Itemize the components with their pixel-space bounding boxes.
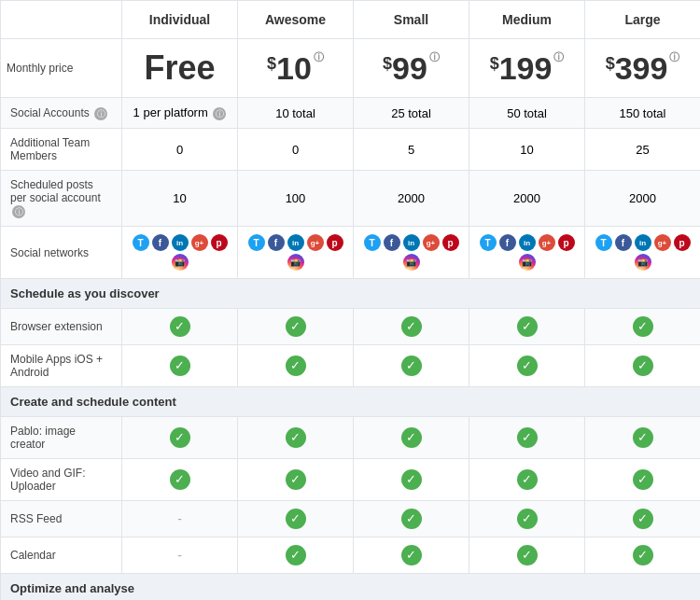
social-icons-col-3: Tfing+p📸 xyxy=(469,227,585,279)
social-icons: Tfing+p📸 xyxy=(479,234,575,271)
check-icon: ✓ xyxy=(401,545,422,565)
table-row: Social Accounts ⓘ1 per platform ⓘ10 tota… xyxy=(1,98,701,129)
social-icons: Tfing+p📸 xyxy=(247,234,343,271)
feature-label: Calendar xyxy=(1,537,122,574)
social-icons-col-2: Tfing+p📸 xyxy=(354,227,469,279)
value-info-icon[interactable]: ⓘ xyxy=(213,107,226,120)
check-icon: ✓ xyxy=(633,509,653,529)
googleplus-icon: g+ xyxy=(307,234,324,251)
section-cell-1: ✓ xyxy=(238,459,354,501)
tw-icon: T xyxy=(595,234,612,251)
price-info-icon[interactable]: ⓘ xyxy=(429,50,440,64)
section-cell-0: ✓ xyxy=(122,309,238,345)
tw-icon: T xyxy=(133,234,149,251)
section-cell-4: ✓ xyxy=(585,501,701,537)
cell-1-2: 5 xyxy=(354,129,469,171)
table-row: Video and GIF: Uploader✓✓✓✓✓ xyxy=(1,459,701,501)
pi-icon: p xyxy=(327,234,343,251)
price-large: $399ⓘ xyxy=(585,39,701,98)
instagram-icon: 📸 xyxy=(403,254,420,271)
price-info-icon[interactable]: ⓘ xyxy=(553,50,564,64)
check-icon: ✓ xyxy=(517,427,538,448)
fb-icon: f xyxy=(615,234,632,251)
feature-label: Additional Team Members xyxy=(1,129,122,171)
paid-price: $10ⓘ xyxy=(267,50,324,87)
section-cell-1: ✓ xyxy=(238,417,354,459)
cell-2-0: 10 xyxy=(122,171,238,227)
currency-symbol: $ xyxy=(267,54,276,74)
feature-label: Mobile Apps iOS + Android xyxy=(1,345,122,387)
cell-2-2: 2000 xyxy=(354,171,469,227)
cell-1-3: 10 xyxy=(469,129,585,171)
check-icon: ✓ xyxy=(170,356,190,376)
check-icon: ✓ xyxy=(286,469,306,490)
header-individual: Individual xyxy=(122,1,238,39)
feature-label: RSS Feed xyxy=(1,501,122,537)
price-medium: $199ⓘ xyxy=(469,39,585,98)
fb-icon: f xyxy=(499,234,516,251)
price-small: $99ⓘ xyxy=(354,39,469,98)
instagram-icon: 📸 xyxy=(287,254,304,271)
linkedin-icon: in xyxy=(287,234,304,251)
dash-icon: - xyxy=(177,511,182,526)
free-price: Free xyxy=(144,49,215,87)
section-cell-1: ✓ xyxy=(238,537,354,574)
check-icon: ✓ xyxy=(401,427,422,448)
section-header-row: Schedule as you discover xyxy=(1,279,701,309)
googleplus-icon: g+ xyxy=(423,234,440,251)
social-icons-col-0: Tfing+p📸 xyxy=(122,227,238,279)
feature-info-icon[interactable]: ⓘ xyxy=(94,107,107,120)
section-cell-2: ✓ xyxy=(354,417,469,459)
section-cell-1: ✓ xyxy=(238,345,354,387)
social-icons: Tfing+p📸 xyxy=(363,234,459,271)
check-icon: ✓ xyxy=(517,545,538,565)
section-cell-4: ✓ xyxy=(585,417,701,459)
check-icon: ✓ xyxy=(517,509,538,529)
header-medium: Medium xyxy=(469,1,585,39)
section-title: Create and schedule content xyxy=(1,387,701,417)
section-cell-0: ✓ xyxy=(122,459,238,501)
section-cell-4: ✓ xyxy=(585,537,701,574)
tw-icon: T xyxy=(248,234,265,251)
check-icon: ✓ xyxy=(517,316,538,337)
section-cell-4: ✓ xyxy=(585,309,701,345)
monthly-price-label: Monthly price xyxy=(1,39,122,98)
check-icon: ✓ xyxy=(286,509,306,529)
googleplus-icon: g+ xyxy=(654,234,671,251)
dash-icon: - xyxy=(177,548,182,563)
check-icon: ✓ xyxy=(401,509,422,529)
price-info-icon[interactable]: ⓘ xyxy=(669,50,679,64)
section-cell-1: ✓ xyxy=(238,501,354,537)
feature-info-icon[interactable]: ⓘ xyxy=(12,205,25,218)
instagram-icon: 📸 xyxy=(172,254,189,271)
header-small: Small xyxy=(354,1,469,39)
table-row: RSS Feed-✓✓✓✓ xyxy=(1,501,701,537)
instagram-icon: 📸 xyxy=(519,254,536,271)
pi-icon: p xyxy=(442,234,459,251)
section-cell-4: ✓ xyxy=(585,459,701,501)
cell-0-1: 10 total xyxy=(238,98,354,129)
cell-1-4: 25 xyxy=(585,129,701,171)
section-cell-3: ✓ xyxy=(469,459,585,501)
price-info-icon[interactable]: ⓘ xyxy=(314,50,324,64)
currency-symbol: $ xyxy=(606,54,615,74)
section-cell-4: ✓ xyxy=(585,345,701,387)
check-icon: ✓ xyxy=(286,545,306,565)
currency-symbol: $ xyxy=(490,54,499,74)
section-cell-2: ✓ xyxy=(354,345,469,387)
check-icon: ✓ xyxy=(517,469,538,490)
paid-price: $399ⓘ xyxy=(606,50,680,87)
section-cell-0: - xyxy=(122,537,238,574)
feature-label: Pablo: image creator xyxy=(1,417,122,459)
section-cell-2: ✓ xyxy=(354,537,469,574)
paid-price: $199ⓘ xyxy=(490,50,565,87)
pi-icon: p xyxy=(211,234,228,251)
check-icon: ✓ xyxy=(170,427,190,448)
tw-icon: T xyxy=(480,234,497,251)
googleplus-icon: g+ xyxy=(539,234,555,251)
table-row: Pablo: image creator✓✓✓✓✓ xyxy=(1,417,701,459)
cell-2-3: 2000 xyxy=(469,171,585,227)
table-row: Browser extension✓✓✓✓✓ xyxy=(1,309,701,345)
check-icon: ✓ xyxy=(401,316,422,337)
section-cell-3: ✓ xyxy=(469,345,585,387)
